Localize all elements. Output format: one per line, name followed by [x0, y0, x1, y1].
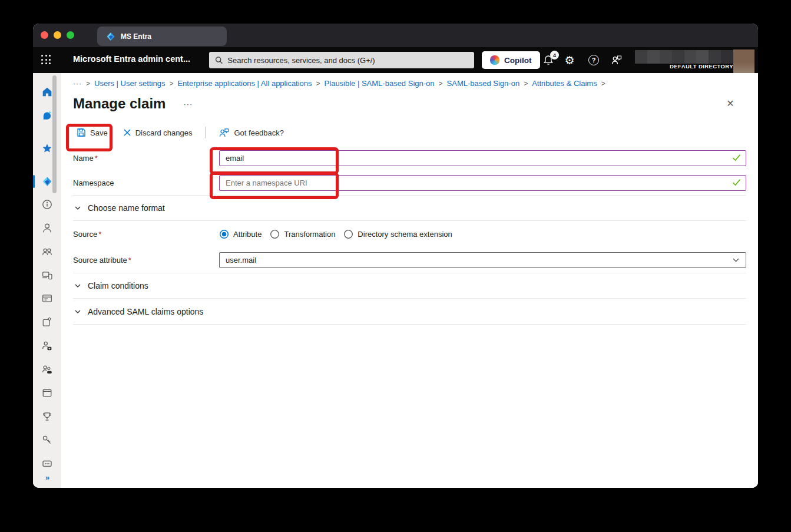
- feedback-person-icon: [611, 55, 623, 65]
- radio-attribute[interactable]: Attribute: [219, 229, 262, 239]
- titlebar: MS Entra: [33, 24, 758, 47]
- sidebar-item-billing[interactable]: [41, 387, 53, 399]
- name-input[interactable]: [219, 150, 746, 166]
- breadcrumb: ··· > Users | User settings > Enterprise…: [73, 79, 746, 88]
- sidebar-item-info[interactable]: [41, 199, 53, 210]
- command-bar: Save Discard changes Got feedback?: [73, 123, 746, 142]
- save-button[interactable]: Save: [73, 125, 111, 140]
- chevron-down-icon: [74, 282, 81, 289]
- namespace-field-row: Namespace: [73, 170, 746, 195]
- sidebar-item-users[interactable]: [41, 222, 53, 234]
- name-field-row: Name*: [73, 146, 746, 170]
- sidebar-item-identity-governance[interactable]: [41, 411, 53, 422]
- name-label: Name: [73, 154, 94, 163]
- entra-id-icon: [42, 176, 52, 187]
- help-button[interactable]: ?: [587, 54, 600, 67]
- toolbar-divider: [205, 127, 206, 138]
- discard-x-icon: [123, 128, 131, 137]
- radio-unselected-icon: [270, 229, 280, 239]
- feedback-link-button[interactable]: Got feedback?: [215, 125, 287, 140]
- sidebar-item-devices[interactable]: [41, 269, 53, 281]
- save-icon: [77, 128, 86, 137]
- breadcrumb-separator: >: [86, 80, 90, 88]
- chevron-down-icon: [732, 256, 740, 264]
- sidebar-item-favorites[interactable]: [41, 143, 53, 154]
- entra-favicon-icon: [106, 32, 115, 41]
- groups-icon: [42, 246, 52, 257]
- namespace-label: Namespace: [73, 179, 114, 187]
- enterprise-applications-icon: [42, 317, 52, 328]
- discard-changes-button[interactable]: Discard changes: [120, 126, 196, 140]
- source-attribute-label: Source attribute: [73, 256, 127, 265]
- breadcrumb-item[interactable]: Users | User settings: [94, 79, 165, 88]
- browser-window: MS Entra Microsoft Entra admin cent... C…: [33, 24, 758, 488]
- copilot-logo-icon: [490, 55, 499, 65]
- tab-title: MS Entra: [121, 32, 151, 41]
- breadcrumb-item[interactable]: Attributes & Claims: [532, 79, 597, 88]
- close-icon: ✕: [726, 98, 734, 108]
- choose-name-format-section[interactable]: Choose name format: [73, 195, 746, 221]
- breadcrumb-separator: >: [316, 80, 320, 88]
- close-window-button[interactable]: [41, 31, 48, 39]
- breadcrumb-item[interactable]: Enterprise applications | All applicatio…: [177, 79, 312, 88]
- breadcrumb-separator: >: [169, 80, 173, 88]
- sidebar-item-enterprise-applications[interactable]: [41, 316, 53, 328]
- sidebar-item-protection[interactable]: [41, 434, 53, 446]
- valid-check-icon: [732, 179, 741, 186]
- sidebar-scrollbar[interactable]: [52, 75, 57, 193]
- settings-button[interactable]: ⚙: [563, 54, 576, 67]
- star-icon: [42, 143, 52, 154]
- external-identities-icon: [42, 364, 52, 375]
- breadcrumb-ellipsis[interactable]: ···: [73, 80, 82, 88]
- content-area: » ··· > Users | User settings > Enterpri…: [33, 73, 758, 488]
- breadcrumb-item[interactable]: Plausible | SAML-based Sign-on: [325, 79, 435, 88]
- sidebar-item-entra-id[interactable]: [41, 176, 53, 187]
- home-icon: [42, 87, 52, 97]
- sidebar-item-verified-id[interactable]: [41, 458, 53, 470]
- source-attribute-dropdown[interactable]: user.mail: [219, 252, 746, 268]
- window-controls: [41, 31, 74, 39]
- radio-transformation[interactable]: Transformation: [270, 229, 335, 239]
- claim-conditions-section[interactable]: Claim conditions: [73, 273, 746, 299]
- app-launcher-icon[interactable]: [41, 55, 51, 64]
- browser-tab[interactable]: MS Entra: [97, 27, 227, 46]
- trophy-icon: [42, 411, 52, 422]
- feedback-button[interactable]: [610, 54, 623, 67]
- namespace-input[interactable]: [219, 175, 746, 191]
- chevron-down-icon: [74, 308, 81, 315]
- notifications-button[interactable]: 4: [542, 54, 555, 67]
- sidebar-item-roles-admins[interactable]: [41, 340, 53, 352]
- radio-directory-schema-extension[interactable]: Directory schema extension: [343, 229, 452, 239]
- global-search[interactable]: [209, 52, 474, 68]
- entra-topbar: Microsoft Entra admin cent... Copilot 4 …: [33, 47, 758, 73]
- radio-unselected-icon: [343, 229, 353, 239]
- breadcrumb-separator: >: [601, 80, 605, 88]
- main-panel: ··· > Users | User settings > Enterprise…: [61, 73, 758, 488]
- help-icon: ?: [588, 55, 599, 65]
- minimize-window-button[interactable]: [54, 31, 61, 39]
- zoom-window-button[interactable]: [67, 31, 74, 39]
- copilot-sparkle-icon: [42, 110, 52, 121]
- sidebar-expand-button[interactable]: »: [41, 471, 53, 483]
- app-title: Microsoft Entra admin cent...: [73, 54, 190, 64]
- billing-icon: [42, 388, 52, 398]
- source-field-row: Source* Attribute Transformati: [73, 221, 746, 247]
- close-pane-button[interactable]: ✕: [723, 96, 738, 111]
- search-input[interactable]: [227, 56, 468, 65]
- sidebar-item-home[interactable]: [41, 86, 53, 98]
- gear-icon: ⚙: [564, 54, 574, 67]
- sidebar-item-groups[interactable]: [41, 246, 53, 257]
- sidebar: »: [33, 73, 61, 488]
- claim-form: Name* Namespace: [73, 146, 746, 325]
- sidebar-item-app-registrations[interactable]: [41, 293, 53, 305]
- sidebar-item-copilot[interactable]: [41, 110, 53, 121]
- directory-label: DEFAULT DIRECTORY: [670, 63, 733, 70]
- title-more-button[interactable]: ···: [183, 100, 193, 108]
- chevron-down-icon: [74, 204, 81, 212]
- advanced-saml-options-section[interactable]: Advanced SAML claims options: [73, 299, 746, 325]
- breadcrumb-item[interactable]: SAML-based Sign-on: [447, 79, 520, 88]
- valid-check-icon: [732, 154, 741, 161]
- avatar[interactable]: [733, 49, 754, 73]
- sidebar-item-external-identities[interactable]: [41, 364, 53, 375]
- copilot-button[interactable]: Copilot: [482, 51, 540, 69]
